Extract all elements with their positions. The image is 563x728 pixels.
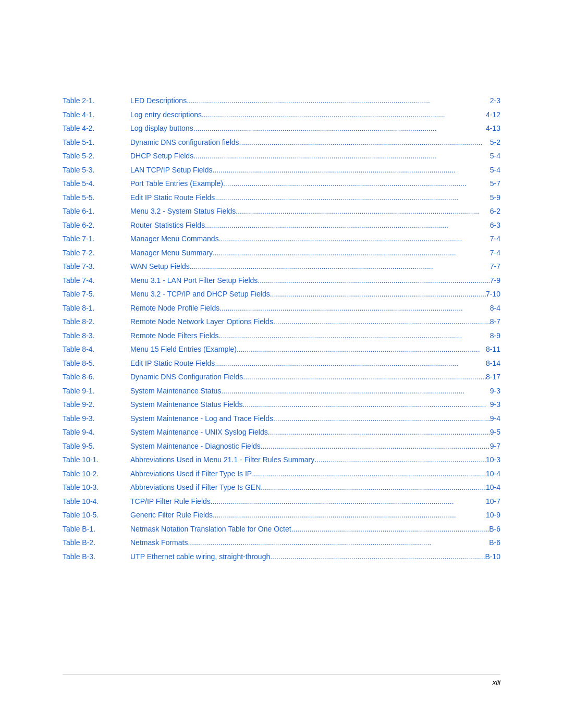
- toc-dots: ........................................…: [237, 343, 486, 356]
- toc-dots: ........................................…: [291, 523, 489, 536]
- table-row: Table 7-1.Manager Menu Commands ........…: [63, 232, 500, 246]
- toc-entry-title: Log display buttons: [130, 122, 193, 135]
- toc-page-number: 7-4: [490, 246, 500, 260]
- toc-page-number: 7-10: [486, 288, 500, 301]
- toc-page-number: 10-3: [486, 453, 500, 466]
- toc-page-number: 10-4: [486, 481, 500, 494]
- table-row: Table 5-2.DHCP Setup Fields ............…: [63, 149, 500, 163]
- toc-dots: ........................................…: [213, 246, 490, 260]
- toc-dots: ........................................…: [215, 191, 489, 204]
- toc-dots: ........................................…: [219, 232, 490, 245]
- toc-label: Table 6-2.: [63, 218, 125, 232]
- toc-entry-title: Generic Filter Rule Fields: [130, 509, 213, 522]
- page: Table 2-1.LED Descriptions .............…: [0, 0, 563, 728]
- toc-entry: Menu 3.1 - LAN Port Filter Setup Fields …: [125, 274, 500, 288]
- toc-dots: ........................................…: [314, 453, 486, 466]
- toc-entry: Edit IP Static Route Fields ............…: [125, 356, 500, 371]
- toc-entry: Router Statistics Fields ...............…: [125, 218, 500, 232]
- toc-page-number: 7-4: [490, 232, 500, 245]
- toc-entry: Menu 3.2 - TCP/IP and DHCP Setup Fields …: [125, 287, 500, 301]
- toc-page-number: 5-4: [490, 150, 500, 163]
- toc-entry: Remote Node Network Layer Options Fields…: [125, 315, 500, 329]
- toc-page-number: 8-4: [490, 302, 500, 315]
- toc-entry: Manager Menu Summary ...................…: [125, 246, 500, 260]
- toc-entry-title: Menu 3.1 - LAN Port Filter Setup Fields: [130, 274, 258, 287]
- toc-label: Table 9-3.: [63, 412, 125, 426]
- table-row: Table B-3.UTP Ethernet cable wiring, str…: [63, 550, 500, 564]
- table-row: Table 8-6.Dynamic DNS Configuration Fiel…: [63, 370, 500, 384]
- toc-entry: LAN TCP/IP Setup Fields ................…: [125, 163, 500, 177]
- toc-entry-title: WAN Setup Fields: [130, 260, 190, 273]
- toc-entry-title: Router Statistics Fields: [130, 219, 205, 232]
- toc-table: Table 2-1.LED Descriptions .............…: [63, 94, 500, 563]
- toc-page-number: 9-4: [490, 412, 500, 425]
- toc-entry: Netmask Notation Translation Table for O…: [125, 522, 500, 536]
- toc-label: Table B-3.: [63, 550, 125, 564]
- toc-dots: ........................................…: [212, 164, 489, 177]
- toc-entry: System Maintenance Status Fields .......…: [125, 398, 500, 412]
- table-row: Table 10-4.TCP/IP Filter Rule Fields ...…: [63, 495, 500, 509]
- table-row: Table 8-5.Edit IP Static Route Fields ..…: [63, 356, 500, 371]
- toc-entry-title: Manager Menu Summary: [130, 246, 213, 260]
- toc-entry-title: Manager Menu Commands: [130, 232, 219, 245]
- toc-dots: ........................................…: [270, 550, 485, 563]
- toc-entry-title: Log entry descriptions: [130, 108, 202, 121]
- toc-dots: ........................................…: [273, 412, 490, 425]
- toc-label: Table 5-1.: [63, 135, 125, 150]
- toc-label: Table 7-4.: [63, 274, 125, 288]
- table-row: Table 5-3.LAN TCP/IP Setup Fields ......…: [63, 163, 500, 177]
- toc-entry-title: DHCP Setup Fields: [130, 150, 193, 163]
- toc-entry-title: Port Table Entries (Example): [130, 177, 223, 190]
- toc-dots: ........................................…: [205, 219, 490, 232]
- toc-dots: ........................................…: [187, 94, 490, 107]
- toc-page-number: 7-7: [490, 260, 500, 273]
- toc-entry-title: Remote Node Profile Fields: [130, 302, 219, 315]
- table-row: Table 2-1.LED Descriptions .............…: [63, 94, 500, 108]
- toc-dots: ........................................…: [202, 108, 486, 121]
- toc-page-number: 2-3: [490, 94, 500, 107]
- toc-entry: Log entry descriptions .................…: [125, 108, 500, 122]
- toc-entry-title: Dynamic DNS configuration fields: [130, 136, 239, 149]
- toc-entry-title: LED Descriptions: [130, 94, 187, 107]
- toc-page-number: 5-2: [490, 136, 500, 149]
- toc-entry: LED Descriptions .......................…: [125, 94, 500, 108]
- toc-page-number: 5-4: [490, 164, 500, 177]
- toc-entry-title: System Maintenance Status: [130, 385, 221, 398]
- toc-label: Table 10-4.: [63, 495, 125, 509]
- toc-page-number: 10-9: [486, 509, 500, 522]
- toc-dots: ........................................…: [215, 357, 486, 370]
- toc-page-number: 9-5: [490, 426, 500, 439]
- toc-entry: UTP Ethernet cable wiring, straight-thro…: [125, 550, 500, 564]
- toc-entry: Generic Filter Rule Fields .............…: [125, 508, 500, 522]
- toc-entry-title: System Maintenance - UNIX Syslog Fields: [130, 426, 268, 439]
- table-row: Table 9-4.System Maintenance - UNIX Sysl…: [63, 425, 500, 439]
- toc-entry: TCP/IP Filter Rule Fields ..............…: [125, 495, 500, 509]
- toc-entry-title: Dynamic DNS Configuration Fields: [130, 371, 243, 384]
- toc-page-number: 10-7: [486, 495, 500, 508]
- toc-dots: ........................................…: [193, 150, 490, 163]
- table-row: Table 5-1.Dynamic DNS configuration fiel…: [63, 135, 500, 150]
- toc-dots: ........................................…: [188, 536, 489, 549]
- table-row: Table 6-2.Router Statistics Fields .....…: [63, 218, 500, 232]
- toc-page-number: B-6: [489, 523, 500, 536]
- toc-dots: ........................................…: [243, 398, 490, 411]
- toc-entry-title: Netmask Formats: [130, 536, 188, 549]
- toc-page-number: 5-7: [490, 177, 500, 190]
- toc-page-number: 8-11: [486, 343, 500, 356]
- table-row: Table 9-1.System Maintenance Status ....…: [63, 384, 500, 398]
- toc-dots: ........................................…: [223, 177, 490, 190]
- toc-label: Table 7-3.: [63, 260, 125, 274]
- toc-entry-title: System Maintenance - Log and Trace Field…: [130, 412, 273, 425]
- toc-page-number: 8-7: [490, 315, 500, 328]
- toc-page-number: 4-13: [486, 122, 500, 135]
- toc-entry: Abbreviations Used if Filter Type Is GEN…: [125, 480, 500, 495]
- toc-label: Table 8-1.: [63, 301, 125, 315]
- toc-page-number: 8-9: [490, 329, 500, 342]
- toc-entry-title: Menu 3.2 - TCP/IP and DHCP Setup Fields: [130, 288, 270, 301]
- toc-dots: ........................................…: [219, 302, 490, 315]
- toc-label: Table 9-1.: [63, 384, 125, 398]
- toc-entry-title: Remote Node Filters Fields: [130, 329, 219, 342]
- toc-entry: Netmask Formats ........................…: [125, 536, 500, 550]
- toc-entry: Edit IP Static Route Fields ............…: [125, 191, 500, 205]
- toc-dots: ........................................…: [252, 467, 486, 480]
